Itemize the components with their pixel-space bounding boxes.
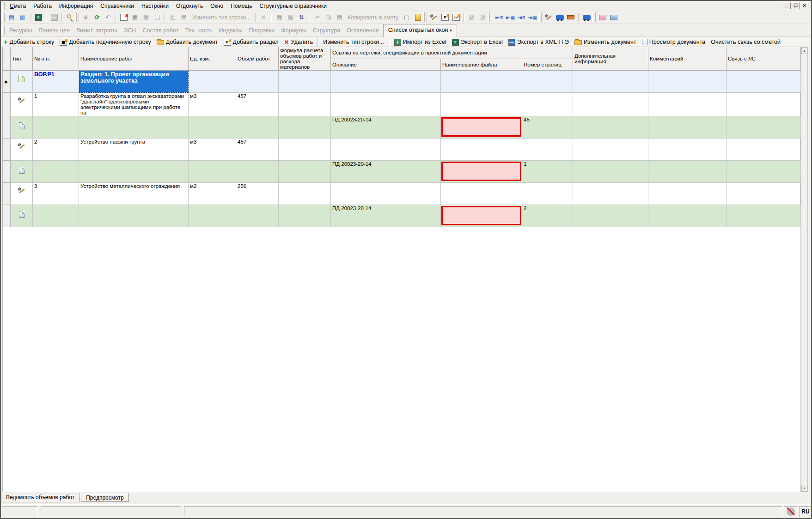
type-cell[interactable] — [11, 116, 33, 139]
ls-cell[interactable] — [727, 93, 801, 116]
promote-row-icon[interactable]: ⇤≡ — [494, 12, 504, 23]
comment-cell[interactable] — [648, 161, 727, 183]
ls-cell[interactable] — [727, 161, 801, 183]
type-cell[interactable] — [11, 161, 33, 183]
excel-icon[interactable]: X — [33, 12, 43, 23]
unit-cell[interactable] — [189, 205, 236, 227]
comment-cell[interactable] — [648, 205, 727, 227]
missing-file-error-box[interactable] — [441, 117, 521, 137]
formula-cell[interactable] — [279, 71, 331, 93]
keyboard-language-indicator[interactable]: RU — [800, 506, 812, 517]
name-cell[interactable]: Устройство насыпи грунта — [79, 139, 189, 161]
col-header-file[interactable]: Наименование файла — [441, 59, 522, 71]
file-cell[interactable] — [441, 71, 522, 93]
close-button[interactable]: X — [800, 2, 808, 9]
desc-cell[interactable]: ПД 20023-20-14 — [331, 205, 441, 227]
col-header-ls[interactable]: Связь с ЛС — [727, 47, 801, 71]
type-cell[interactable] — [11, 71, 33, 93]
type-cell[interactable] — [11, 205, 33, 227]
ls-cell[interactable] — [727, 205, 801, 227]
view-document-button[interactable]: Просмотр документа — [642, 39, 706, 45]
extra-cell[interactable] — [573, 71, 648, 93]
add-document-button[interactable]: Добавить документ — [157, 39, 218, 45]
promote-branch-icon[interactable]: ⇤≣ — [505, 12, 515, 23]
volume-cell[interactable] — [236, 205, 279, 227]
comment-cell[interactable] — [648, 183, 727, 205]
card-view-icon[interactable]: ▦ — [130, 12, 140, 23]
num-cell[interactable]: ВОР.Р1 — [33, 71, 79, 93]
paste-pages-icon[interactable] — [413, 12, 423, 23]
num-cell[interactable] — [33, 116, 79, 139]
formula-cell[interactable] — [279, 116, 331, 139]
section-p-icon[interactable]: P✱ — [440, 12, 450, 23]
missing-file-error-box[interactable] — [441, 206, 521, 225]
col-header-volume[interactable]: Объем работ — [236, 47, 279, 71]
delete-button[interactable]: ✕Удалить — [284, 39, 313, 46]
name-cell[interactable]: Разработка грунта в отвал экскаваторами … — [79, 93, 189, 116]
comment-cell[interactable] — [648, 116, 727, 139]
search-icon[interactable] — [65, 12, 75, 23]
vertical-scrollbar[interactable]: ▲ ▼ — [801, 47, 808, 492]
type-cell[interactable] — [11, 93, 33, 116]
comment-cell[interactable] — [648, 93, 727, 116]
scroll-down-button[interactable]: ▼ — [801, 485, 807, 492]
volume-cell[interactable] — [236, 71, 279, 93]
name-cell[interactable] — [79, 161, 189, 183]
clear-estimate-link-button[interactable]: Очистить связь со сметой — [711, 39, 781, 45]
change-row-type-button[interactable]: Изменить тип строки... — [323, 39, 384, 45]
col-header-pages[interactable]: Номер страниц — [522, 59, 573, 71]
extra-cell[interactable] — [573, 183, 648, 205]
edit-document-button[interactable]: Изменить документ — [574, 39, 636, 45]
unit-cell[interactable] — [189, 161, 236, 183]
toolbar-grip[interactable] — [539, 12, 542, 23]
hammer-gear-icon[interactable] — [429, 12, 439, 23]
file-cell[interactable] — [441, 93, 522, 116]
name-cell[interactable]: Устройство металлического ограждения — [79, 183, 189, 205]
volume-cell[interactable] — [236, 161, 279, 183]
add-section-button[interactable]: P✱Добавить раздел — [224, 39, 279, 46]
col-header-unit[interactable]: Ед. изм. — [189, 47, 236, 71]
extra-cell[interactable] — [573, 139, 648, 161]
volume-cell[interactable]: 457 — [236, 93, 279, 116]
demote-branch-icon[interactable]: ⇥≣ — [527, 12, 537, 23]
comment-icon[interactable]: ❑ — [152, 12, 162, 23]
pages-cell[interactable] — [522, 93, 573, 116]
extra-cell[interactable] — [573, 116, 648, 139]
subsection-pr-icon[interactable]: ПР✱ — [451, 12, 461, 23]
pink-books-icon[interactable] — [598, 12, 608, 23]
formula-cell[interactable] — [279, 183, 331, 205]
toolbar-grip[interactable] — [2, 2, 5, 10]
materials-bricks-icon[interactable] — [566, 12, 576, 23]
unit-cell[interactable] — [189, 116, 236, 139]
desc-cell[interactable]: ПД 20023-20-14 — [331, 161, 441, 183]
expand-structure-icon[interactable]: ▤ — [6, 12, 17, 23]
toolbar-grip[interactable] — [425, 12, 427, 23]
extra-cell[interactable] — [573, 93, 648, 116]
move-rows-icon[interactable]: ⇅ — [296, 12, 306, 23]
menu-informacia[interactable]: Информация — [55, 2, 97, 10]
machines-truck-icon[interactable] — [555, 12, 565, 23]
pages-cell[interactable]: 45 — [522, 116, 573, 139]
menu-pomosch[interactable]: Помощь — [227, 2, 256, 10]
type-cell[interactable] — [11, 183, 33, 205]
col-header-num[interactable]: № п.п. — [33, 47, 79, 71]
extra-cell[interactable] — [573, 205, 648, 227]
add-child-row-button[interactable]: ▦✱Добавить подчиненную строку — [60, 39, 151, 46]
name-cell[interactable] — [79, 116, 189, 139]
ls-cell[interactable] — [727, 139, 801, 161]
desc-cell[interactable] — [331, 71, 441, 93]
formula-cell[interactable] — [279, 205, 331, 227]
missing-file-error-box[interactable] — [441, 162, 521, 181]
card-view-alt-icon[interactable]: ▦ — [141, 12, 151, 23]
menu-okno[interactable]: Окно — [207, 2, 227, 10]
menu-rabota[interactable]: Работа — [30, 2, 55, 10]
demote-row-icon[interactable]: ⇥≡ — [516, 12, 526, 23]
menu-otdohnut[interactable]: Отдохнуть — [172, 2, 207, 10]
volume-cell[interactable] — [236, 116, 279, 139]
export-excel-button[interactable]: XЭкспорт в Excel — [452, 39, 503, 46]
file-cell[interactable] — [441, 139, 522, 161]
import-excel-button[interactable]: ⇓Импорт из Excel — [394, 39, 446, 46]
desc-cell[interactable] — [331, 183, 441, 205]
volume-cell[interactable]: 457 — [236, 139, 279, 161]
minimize-button[interactable]: _ — [783, 2, 791, 9]
